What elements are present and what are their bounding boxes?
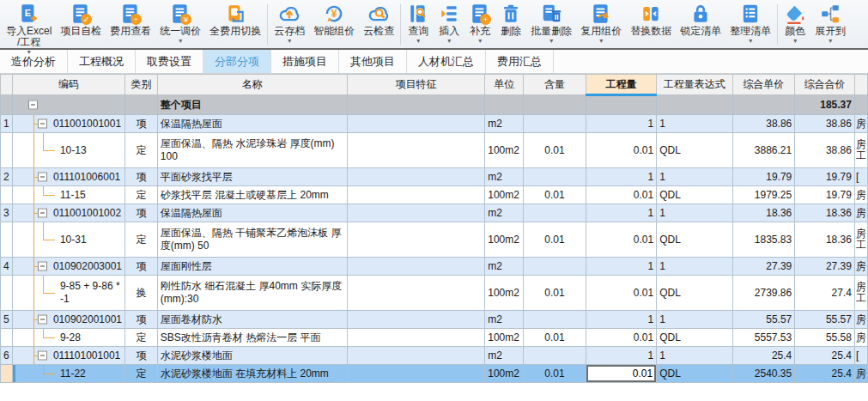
cell-code[interactable]: 9-28 xyxy=(12,329,124,347)
cell-expr[interactable]: QDL xyxy=(657,276,732,311)
cell-unit[interactable]: m2 xyxy=(485,115,524,133)
cell-num[interactable]: 4 xyxy=(1,258,13,276)
cell-feature[interactable] xyxy=(347,222,484,258)
chevron-down-icon[interactable]: ▾ xyxy=(749,37,752,45)
cell-feature[interactable] xyxy=(347,95,484,115)
cell-unit[interactable]: 100m2 xyxy=(485,222,524,258)
cell-feature[interactable] xyxy=(347,204,484,222)
cell-code[interactable]: 10-13 xyxy=(12,133,124,168)
cell-expr[interactable]: QDL xyxy=(657,365,732,383)
cell-kind[interactable]: 项 xyxy=(125,168,158,186)
cell-content[interactable]: 0.01 xyxy=(524,329,586,347)
cell-feature[interactable] xyxy=(347,258,484,276)
cell-price[interactable]: 19.79 xyxy=(732,168,795,186)
cell-expr[interactable]: 1 xyxy=(657,115,732,133)
column-header-tail[interactable] xyxy=(854,75,867,95)
cell-total[interactable]: 25.4 xyxy=(795,347,855,365)
cell-tail[interactable]: 房 xyxy=(854,258,867,276)
cell-price[interactable]: 1835.83 xyxy=(732,222,795,258)
cell-name[interactable]: 屋面卷材防水 xyxy=(157,311,347,329)
cell-total[interactable]: 27.4 xyxy=(795,276,855,311)
cell-content[interactable]: 0.01 xyxy=(524,276,586,311)
quantity-edit-input[interactable] xyxy=(586,365,656,382)
cell-num[interactable]: 2 xyxy=(1,168,13,186)
collapse-toggle[interactable] xyxy=(38,351,47,361)
cell-num[interactable] xyxy=(1,329,13,347)
cell-total[interactable]: 38.86 xyxy=(795,133,855,168)
toolbar-button-delete[interactable]: 删除 xyxy=(495,1,526,37)
cell-name[interactable]: 屋面刚性层 xyxy=(157,258,347,276)
grid-row[interactable]: 3011001001002项保温隔热屋面m21118.3618.36房 xyxy=(1,204,868,222)
cell-content[interactable]: 0.01 xyxy=(524,186,586,204)
toolbar-button-cost-view[interactable]: ÷费用查看 xyxy=(106,1,155,37)
tab-project-overview[interactable]: 工程概况 xyxy=(68,50,136,73)
cell-expr[interactable]: 1 xyxy=(657,258,732,276)
cell-expr[interactable]: QDL xyxy=(657,329,732,347)
cell-tail[interactable] xyxy=(854,95,867,115)
cell-kind[interactable]: 项 xyxy=(125,204,158,222)
cell-tail[interactable]: 房工 xyxy=(854,276,867,311)
chevron-down-icon[interactable]: ▾ xyxy=(599,37,603,45)
cell-tail[interactable]: [ xyxy=(854,347,867,365)
cell-name[interactable]: SBS改性沥青卷材 热熔法一层 平面 xyxy=(157,329,347,347)
cell-qty[interactable]: 0.01 xyxy=(586,133,656,168)
cell-qty[interactable]: 0.01 xyxy=(586,186,656,204)
cell-num[interactable]: 6 xyxy=(1,347,13,365)
cell-code[interactable]: 011001001001 xyxy=(12,115,124,133)
chevron-down-icon[interactable]: ▾ xyxy=(416,37,420,45)
cell-price[interactable]: 27.39 xyxy=(732,258,795,276)
cell-expr[interactable] xyxy=(657,95,732,115)
cell-content[interactable] xyxy=(524,204,586,222)
grid-row[interactable]: 10-13定屋面保温、隔热 水泥珍珠岩 厚度(mm) 100100m20.010… xyxy=(1,133,868,168)
cell-unit[interactable]: m2 xyxy=(485,168,524,186)
toolbar-button-import-excel[interactable]: E导入Excel /工程▾ xyxy=(2,1,56,56)
cell-kind[interactable]: 定 xyxy=(125,222,158,258)
cell-name[interactable]: 刚性防水 细石混凝土 厚40mm 实际厚度(mm):30 xyxy=(157,276,347,311)
tab-other-items[interactable]: 其他项目 xyxy=(339,50,407,73)
cell-num[interactable]: 3 xyxy=(1,204,13,222)
cell-total[interactable]: 19.79 xyxy=(795,186,855,204)
cell-unit[interactable]: m2 xyxy=(485,204,524,222)
toolbar-button-color[interactable]: 颜色▾ xyxy=(780,1,810,45)
cell-kind[interactable]: 项 xyxy=(125,347,158,365)
toolbar-button-supplement[interactable]: +补充▾ xyxy=(464,1,495,45)
grid-row[interactable]: 11-15定砂浆找平层 混凝土或硬基层上 20mm100m20.010.01QD… xyxy=(1,186,868,204)
cell-kind[interactable] xyxy=(125,95,158,115)
cell-unit[interactable]: 100m2 xyxy=(485,133,524,168)
toolbar-button-unified-price-adjust[interactable]: ¥统一调价▾ xyxy=(155,1,205,45)
cell-qty[interactable]: 1 xyxy=(586,168,656,186)
chevron-down-icon[interactable]: ▾ xyxy=(179,37,182,45)
chevron-down-icon[interactable]: ▾ xyxy=(793,37,797,45)
cell-content[interactable]: 0.01 xyxy=(524,133,586,168)
cell-num[interactable] xyxy=(1,276,13,311)
cell-price[interactable]: 3886.21 xyxy=(732,133,795,168)
cell-code[interactable]: 011101001001 xyxy=(12,347,124,365)
toolbar-button-project-self-check[interactable]: ✓项目自检 xyxy=(56,1,106,37)
cell-feature[interactable] xyxy=(347,276,484,311)
tab-cost-analysis[interactable]: 造价分析 xyxy=(0,50,68,73)
grid-row[interactable]: 2011101006001项平面砂浆找平层m21119.7919.79[ xyxy=(1,168,868,186)
cell-price[interactable]: 38.86 xyxy=(732,115,795,133)
cell-tail[interactable]: 房工 xyxy=(854,133,867,168)
cell-code[interactable]: 011101006001 xyxy=(12,168,124,186)
cell-price[interactable]: 2540.35 xyxy=(732,365,795,383)
cell-total[interactable]: 27.39 xyxy=(795,258,855,276)
cell-content[interactable] xyxy=(524,258,586,276)
cell-price[interactable] xyxy=(732,95,795,115)
toolbar-button-batch-delete[interactable]: 批量删除▾ xyxy=(526,1,576,45)
column-header-name[interactable]: 名称 xyxy=(157,75,347,95)
column-header-content[interactable]: 含量 xyxy=(524,75,586,95)
chevron-down-icon[interactable]: ▾ xyxy=(549,37,553,45)
cell-kind[interactable]: 定 xyxy=(125,186,158,204)
cell-price[interactable]: 2739.86 xyxy=(732,276,795,311)
column-header-num[interactable] xyxy=(1,75,13,95)
cell-total[interactable]: 55.58 xyxy=(795,329,855,347)
cell-code[interactable]: 9-85 + 9-86 * -1 xyxy=(12,276,124,311)
column-header-kind[interactable]: 类别 xyxy=(125,75,158,95)
cell-content[interactable] xyxy=(524,311,586,329)
cell-tail[interactable]: 房 xyxy=(854,329,867,347)
toolbar-button-lock-list[interactable]: 锁定清单 xyxy=(676,1,725,37)
cell-content[interactable] xyxy=(524,95,586,115)
tab-bill-items[interactable]: 分部分项 xyxy=(203,50,271,73)
tab-labor-material-summary[interactable]: 人材机汇总 xyxy=(407,50,486,73)
